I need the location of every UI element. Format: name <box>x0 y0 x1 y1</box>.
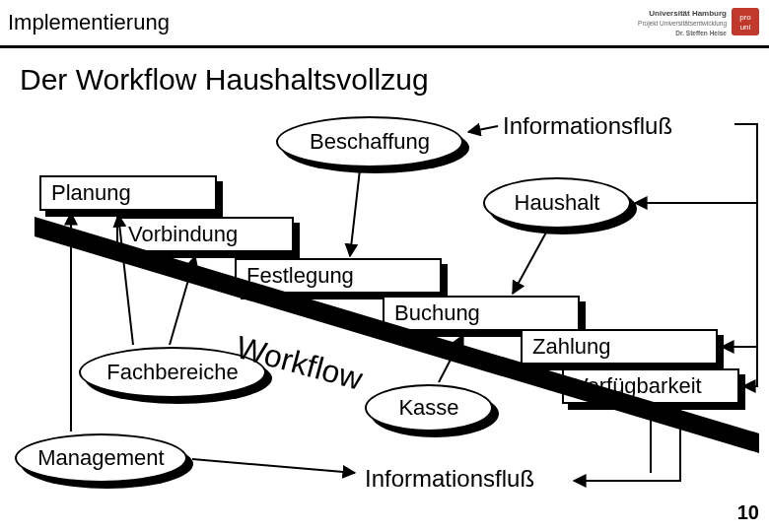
node-kasse: Kasse <box>365 384 493 432</box>
header-rule <box>0 45 769 48</box>
header-section: Implementierung <box>8 10 170 35</box>
svg-line-2 <box>468 126 498 132</box>
node-verfuegbarkeit-label: Verfügbarkeit <box>574 373 702 399</box>
svg-line-5 <box>170 256 195 345</box>
node-beschaffung: Beschaffung <box>276 116 463 167</box>
node-planung-label: Planung <box>51 180 131 206</box>
node-haushalt: Haushalt <box>483 177 631 229</box>
node-vorbindung: Vorbindung <box>116 217 294 252</box>
page-title: Der Workflow Haushaltsvollzug <box>20 63 429 97</box>
node-kasse-label: Kasse <box>398 395 458 421</box>
node-vorbindung-label: Vorbindung <box>128 222 238 247</box>
logo: pro uni Universität Hamburg Projekt Univ… <box>594 6 761 41</box>
node-verfuegbarkeit: Verfügbarkeit <box>562 368 739 404</box>
node-festlegung-label: Festlegung <box>246 263 354 289</box>
node-zahlung: Zahlung <box>521 329 718 365</box>
label-info-top: Informationsfluß <box>503 112 672 140</box>
logo-line3: Dr. Steffen Heise <box>675 30 727 36</box>
node-festlegung: Festlegung <box>235 258 442 294</box>
svg-line-8 <box>192 459 355 473</box>
node-buchung: Buchung <box>383 296 580 331</box>
node-buchung-label: Buchung <box>394 300 480 326</box>
svg-line-7 <box>439 335 463 382</box>
node-beschaffung-label: Beschaffung <box>310 129 430 155</box>
logo-badge-text-1: pro <box>739 13 751 22</box>
node-management-label: Management <box>37 445 164 471</box>
logo-line2: Projekt Universitätsentwicklung <box>638 20 727 28</box>
page-number: 10 <box>737 501 759 524</box>
label-info-bottom: Informationsfluß <box>365 465 534 493</box>
node-planung: Planung <box>39 175 217 211</box>
logo-badge-text-2: uni <box>740 23 751 32</box>
svg-line-3 <box>350 169 360 256</box>
node-haushalt-label: Haushalt <box>515 190 600 216</box>
node-fachbereiche-label: Fachbereiche <box>106 360 238 385</box>
svg-line-4 <box>513 231 547 294</box>
node-zahlung-label: Zahlung <box>532 334 611 360</box>
logo-line1: Universität Hamburg <box>649 9 727 18</box>
node-management: Management <box>15 433 187 483</box>
